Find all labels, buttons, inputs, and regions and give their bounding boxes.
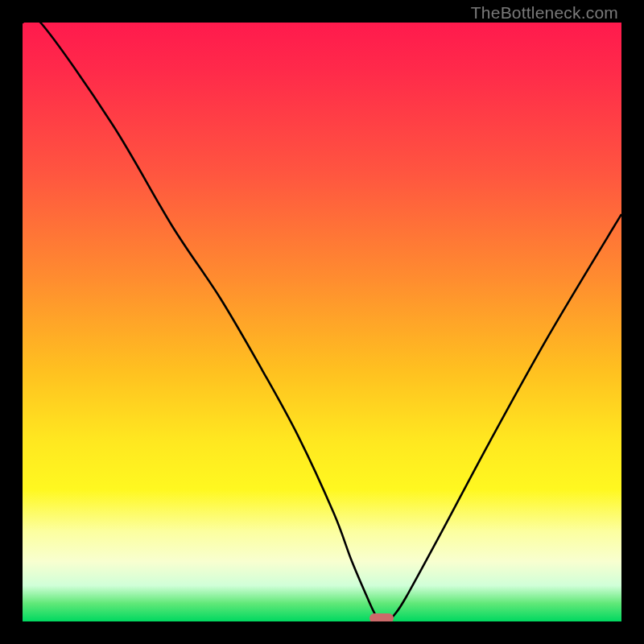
curve-path bbox=[23, 23, 621, 621]
bottleneck-curve bbox=[23, 23, 621, 621]
plot-area bbox=[23, 23, 621, 621]
watermark-text: TheBottleneck.com bbox=[471, 3, 618, 23]
minimum-marker bbox=[369, 613, 394, 621]
chart-frame: TheBottleneck.com bbox=[0, 0, 644, 644]
